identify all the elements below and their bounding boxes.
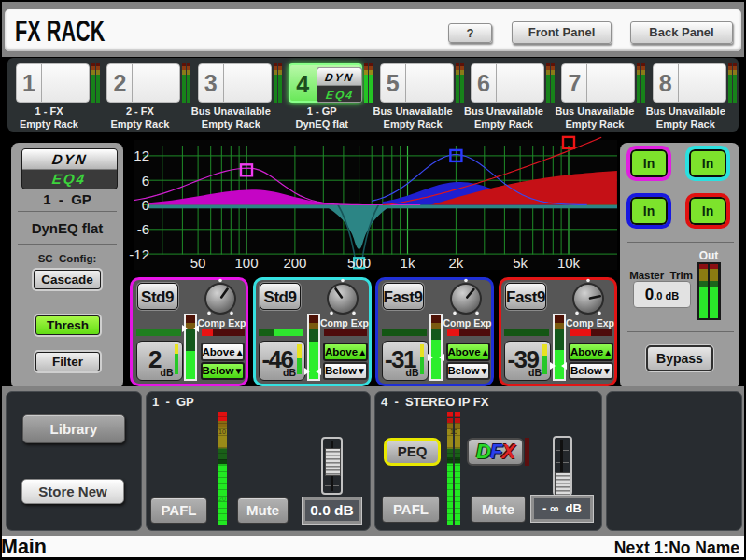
svg-text:500: 500	[347, 255, 371, 271]
svg-text:10k: 10k	[557, 255, 581, 271]
svg-text:6: 6	[142, 173, 149, 189]
svg-text:-6: -6	[137, 221, 149, 237]
svg-text:0: 0	[142, 197, 149, 213]
svg-text:100: 100	[234, 255, 258, 271]
svg-text:1k: 1k	[401, 255, 415, 271]
svg-text:200: 200	[283, 255, 306, 271]
svg-text:-12: -12	[129, 246, 149, 262]
svg-text:50: 50	[190, 255, 206, 271]
svg-text:12: 12	[134, 147, 149, 163]
svg-text:2k: 2k	[448, 255, 463, 271]
svg-text:5k: 5k	[513, 255, 528, 271]
